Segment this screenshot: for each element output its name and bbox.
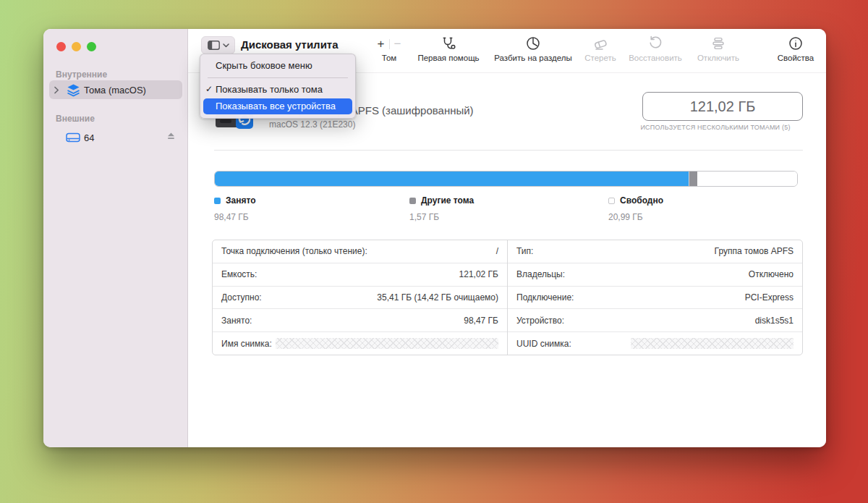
- menu-item-hide-sidebar[interactable]: Скрыть боковое меню: [200, 58, 355, 74]
- legend-used-swatch: [214, 198, 221, 204]
- legend-free: Свободно 20,99 ГБ: [608, 195, 663, 222]
- legend-free-swatch: [608, 198, 615, 204]
- checkmark-icon: ✓: [205, 84, 213, 94]
- details-right-column: Тип: Группа томов APFS Владельцы: Отключ…: [508, 240, 802, 355]
- table-row: Имя снимка:: [213, 331, 507, 355]
- close-window-button[interactable]: [56, 42, 66, 51]
- sidebar-view-menu: Скрыть боковое меню ✓ Показывать только …: [200, 54, 356, 119]
- details-left-column: Точка подключения (только чтение): / Емк…: [213, 240, 508, 355]
- sidebar-item-label: 64: [84, 132, 94, 143]
- sidebar-icon: [208, 41, 220, 50]
- sidebar-item-volumes-macos[interactable]: Тома (macOS): [49, 80, 182, 99]
- toolbar-info-button[interactable]: Свойства: [767, 35, 825, 62]
- window-controls: [56, 42, 96, 51]
- external-drive-icon: [64, 132, 82, 143]
- chevron-down-icon: [223, 43, 229, 48]
- legend-used: Занято 98,47 ГБ: [214, 195, 256, 222]
- usage-segment-free: [697, 172, 797, 186]
- redacted-value: [276, 338, 498, 349]
- plus-minus-icons[interactable]: + −: [369, 35, 409, 53]
- table-row: Занято: 98,47 ГБ: [213, 308, 507, 331]
- info-icon: [767, 35, 825, 53]
- sidebar-section-external: Внешние: [56, 114, 95, 124]
- table-row: Устройство: disk1s5s1: [508, 308, 802, 331]
- eject-icon[interactable]: [167, 132, 175, 140]
- sidebar-item-label: Тома (macOS): [84, 85, 146, 96]
- usage-segment-other-volumes: [689, 172, 697, 186]
- toolbar-restore-button: Восстановить: [619, 35, 692, 62]
- capacity-note: ИСПОЛЬЗУЕТСЯ НЕСКОЛЬКИМИ ТОМАМИ (5): [628, 124, 803, 131]
- details-table: Точка подключения (только чтение): / Емк…: [212, 240, 803, 355]
- header-divider: [214, 150, 803, 151]
- layers-icon: [64, 83, 82, 97]
- volume-subtitle: macOS 12.3 (21E230): [269, 119, 355, 130]
- unmount-icon: [689, 35, 747, 53]
- add-volume-icon[interactable]: +: [378, 37, 385, 51]
- restore-icon: [619, 35, 692, 53]
- table-row: Емкость: 121,02 ГБ: [213, 263, 507, 286]
- zoom-window-button[interactable]: [87, 42, 96, 51]
- menu-separator: [208, 77, 348, 78]
- remove-volume-icon[interactable]: −: [394, 37, 401, 51]
- table-row: Доступно: 35,41 ГБ (14,42 ГБ очищаемо): [213, 286, 507, 309]
- capacity-box: 121,02 ГБ: [642, 92, 803, 121]
- table-row: Точка подключения (только чтение): /: [213, 240, 507, 263]
- toolbar-unmount-button: Отключить: [689, 35, 747, 62]
- legend-other-swatch: [409, 198, 416, 204]
- sidebar: Внутренние Тома (macOS) Внешние: [43, 29, 188, 447]
- usage-segment-used: [215, 172, 689, 186]
- legend-other-volumes: Другие тома 1,57 ГБ: [409, 195, 474, 222]
- table-row: UUID снимка:: [508, 331, 802, 355]
- desktop-background: Внутренние Тома (macOS) Внешние: [0, 0, 868, 503]
- usage-bar: [214, 171, 798, 187]
- sidebar-toggle-button[interactable]: [201, 36, 235, 54]
- menu-item-show-only-volumes[interactable]: ✓ Показывать только тома: [200, 82, 355, 98]
- table-row: Подключение: PCI-Express: [508, 286, 802, 309]
- table-row: Владельцы: Отключено: [508, 263, 802, 286]
- table-row: Тип: Группа томов APFS: [508, 240, 802, 263]
- minimize-window-button[interactable]: [72, 42, 81, 51]
- menu-item-show-all-devices[interactable]: Показывать все устройства: [203, 98, 352, 114]
- disk-utility-window: Внутренние Тома (macOS) Внешние: [43, 29, 826, 447]
- redacted-value: [631, 338, 793, 349]
- chevron-right-icon[interactable]: [49, 86, 64, 94]
- toolbar-volume-buttons[interactable]: + − Том: [369, 35, 409, 62]
- sidebar-section-internal: Внутренние: [56, 69, 107, 80]
- window-title: Дисковая утилита: [241, 38, 339, 51]
- sidebar-item-external-64[interactable]: 64: [49, 128, 182, 147]
